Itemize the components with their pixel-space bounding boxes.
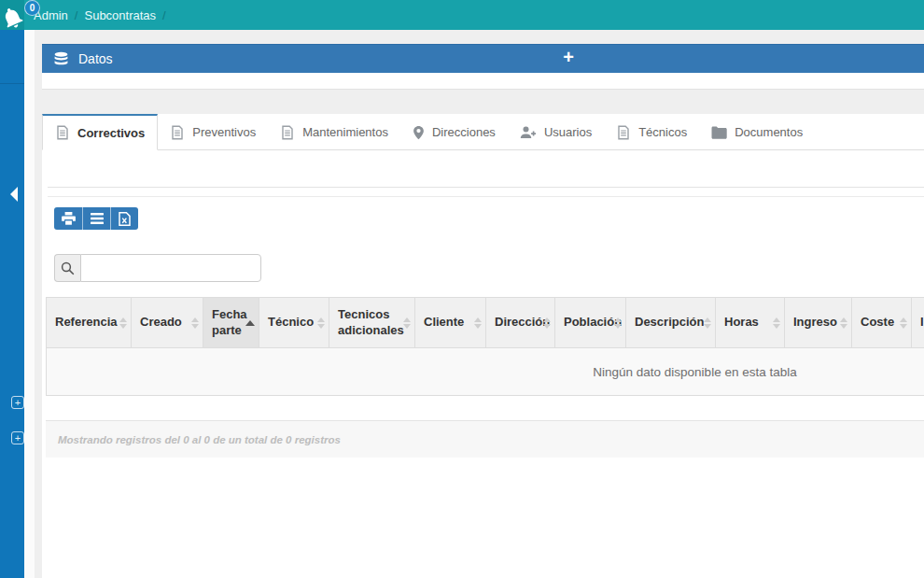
search-input[interactable] (80, 254, 261, 282)
divider-line (48, 196, 924, 197)
column-header-13[interactable]: I (912, 298, 924, 348)
column-header-12[interactable]: Coste (852, 298, 912, 348)
divider-line (48, 187, 924, 188)
sort-icon (317, 317, 325, 329)
user-plus-icon (520, 126, 537, 139)
folder-icon (711, 126, 727, 139)
tab-mantenimientos[interactable]: Mantenimientos (268, 114, 400, 150)
top-bar: Admin/Subcontratas/ (0, 0, 924, 30)
column-header-8[interactable]: Población (555, 298, 626, 348)
column-list-button[interactable] (82, 207, 110, 230)
sort-icon (543, 317, 551, 329)
document-icon (616, 125, 631, 140)
sort-icon (119, 317, 127, 329)
printer-icon (62, 212, 76, 225)
search-addon (54, 254, 80, 282)
sort-icon (614, 317, 622, 329)
document-icon (170, 125, 185, 140)
add-button[interactable]: + (558, 47, 579, 71)
column-header-2[interactable]: Creado (132, 298, 203, 348)
sort-icon (773, 317, 780, 329)
breadcrumb-separator: / (162, 8, 166, 22)
column-header-6[interactable]: Cliente (415, 298, 486, 348)
breadcrumb-link[interactable]: Subcontratas (84, 8, 156, 22)
sidebar-gutter (24, 30, 35, 578)
tab-tecnicos[interactable]: Técnicos (604, 114, 699, 150)
tab-usuarios[interactable]: Usuarios (508, 114, 604, 150)
list-icon (91, 213, 104, 224)
column-header-4[interactable]: Técnico (259, 298, 329, 348)
data-table: Referencia Creado Fecha parte Técnico Te… (46, 297, 924, 396)
tab-direcciones[interactable]: Direcciones (400, 114, 508, 150)
plus-square-icon[interactable] (11, 431, 24, 444)
column-header-10[interactable]: Horas (716, 298, 785, 348)
records-info-text: Mostrando registros del 0 al 0 de un tot… (58, 434, 341, 445)
table-toolbar (54, 207, 138, 230)
column-header-1[interactable]: Referencia (47, 298, 132, 348)
sidebar-collapse-handle[interactable] (10, 187, 18, 202)
database-icon (53, 51, 69, 67)
column-header-11[interactable]: Ingreso (785, 298, 852, 348)
empty-table-message: Ningún dato disponible en esta tabla (47, 348, 924, 396)
table-header-row: Referencia Creado Fecha parte Técnico Te… (47, 298, 924, 348)
sort-icon (900, 317, 907, 329)
document-icon (280, 125, 295, 140)
sort-icon (245, 320, 255, 326)
breadcrumb-separator: / (75, 8, 78, 22)
main-panel: Correctivos Preventivos Mantenimientos D… (42, 114, 924, 578)
datos-panel-body (42, 73, 924, 90)
panel-title: Datos (78, 51, 113, 66)
column-header-5[interactable]: Tecnicos adicionales (329, 298, 415, 348)
tab-correctivos[interactable]: Correctivos (42, 114, 158, 150)
tab-documentos[interactable]: Documentos (699, 114, 815, 150)
sort-icon (403, 317, 411, 329)
data-table-wrapper: Referencia Creado Fecha parte Técnico Te… (46, 297, 924, 396)
map-pin-icon (413, 125, 425, 140)
column-header-3[interactable]: Fecha parte (203, 298, 259, 348)
column-header-7[interactable]: Dirección (486, 298, 555, 348)
print-button[interactable] (54, 207, 82, 230)
sort-icon (474, 317, 482, 329)
table-search (54, 254, 261, 282)
notification-count-badge: 0 (24, 0, 40, 16)
tab-preventivos[interactable]: Preventivos (158, 114, 268, 150)
export-excel-button[interactable] (110, 207, 138, 230)
sort-icon (704, 317, 711, 329)
sidebar (0, 30, 24, 578)
sort-icon (191, 317, 199, 329)
document-icon (55, 125, 70, 140)
search-icon (61, 261, 75, 275)
table-empty-row: Ningún dato disponible en esta tabla (47, 348, 924, 396)
sort-icon (840, 317, 847, 329)
tab-strip: Correctivos Preventivos Mantenimientos D… (42, 114, 924, 150)
breadcrumb: Admin/Subcontratas/ (34, 8, 173, 22)
excel-file-icon (119, 212, 131, 226)
sort-asc-icon (245, 320, 255, 326)
table-info-bar: Mostrando registros del 0 al 0 de un tot… (46, 420, 924, 458)
column-header-9[interactable]: Descripción (626, 298, 716, 348)
sidebar-divider (0, 83, 24, 84)
plus-square-icon[interactable] (11, 396, 24, 409)
notifications-bell[interactable]: 0 (0, 0, 43, 32)
datos-panel-header[interactable]: Datos + (42, 44, 924, 73)
